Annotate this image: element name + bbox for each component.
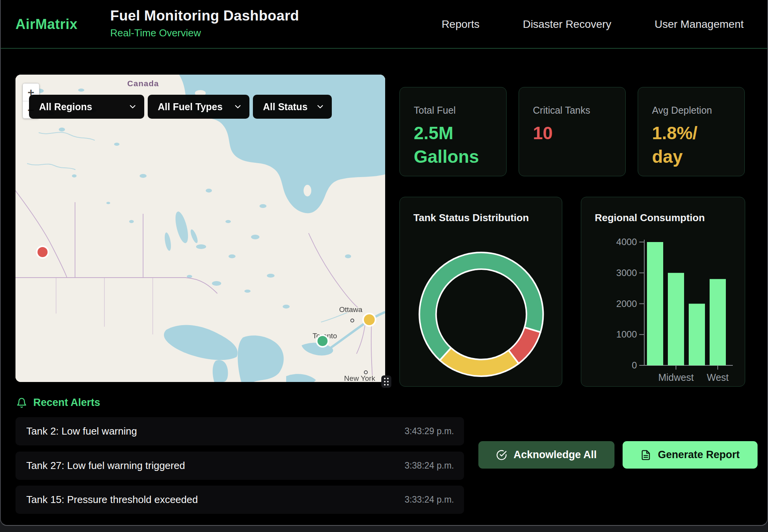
stat-card-total-fuel: Total Fuel 2.5M Gallons [399,87,507,176]
status-filter-value: All Status [263,101,307,113]
region-filter-value: All Regions [39,101,92,113]
generate-report-label: Generate Report [658,449,740,461]
alerts-title: Recent Alerts [33,397,100,409]
alert-time: 3:38:24 p.m. [404,460,454,471]
y-tick-label: 3000 [616,268,637,278]
bar-region-2[interactable] [689,304,705,366]
nav-reports[interactable]: Reports [442,18,480,31]
alert-message: Tank 15: Pressure threshold exceeded [26,494,198,506]
alert-message: Tank 2: Low fuel warning [26,425,137,437]
acknowledge-all-button[interactable]: Acknowledge All [478,441,614,469]
regional-consumption-bar-chart[interactable]: 01000200030004000MidwestWest [581,197,746,387]
drag-dots-icon [383,377,389,386]
header: AirMatrix Fuel Monitoring Dashboard Real… [1,0,767,49]
bar-region-0[interactable] [647,242,663,365]
region-filter-dropdown[interactable]: All Regions [29,95,144,119]
tank-status-title: Tank Status Distribution [413,212,529,224]
title-block: Fuel Monitoring Dashboard Real-Time Over… [110,8,299,39]
tank-status-card: Tank Status Distribution [399,197,562,387]
map-label-canada: Canada [127,79,159,88]
file-text-icon [640,450,651,460]
brand-logo: AirMatrix [15,16,78,32]
alert-row: Tank 15: Pressure threshold exceeded 3:3… [15,486,464,514]
stat-label: Critical Tanks [533,105,612,116]
app-window: AirMatrix Fuel Monitoring Dashboard Real… [0,0,768,526]
stat-card-critical-tanks: Critical Tanks 10 [519,87,626,176]
map-city-dot-ottawa [351,319,354,322]
y-tick-label: 0 [632,360,637,370]
acknowledge-all-label: Acknowledge All [514,449,597,461]
page-title: Fuel Monitoring Dashboard [110,8,299,24]
stat-card-avg-depletion: Avg Depletion 1.8%/​day [638,87,745,176]
map-label-ottawa: Ottawa [339,305,363,314]
map-resize-handle[interactable] [381,375,391,388]
map-marker-critical[interactable] [37,246,48,258]
generate-report-button[interactable]: Generate Report [623,441,758,469]
chevron-down-icon [317,105,323,109]
stat-value-critical-tanks: 10 [533,121,606,145]
check-circle-icon [496,450,507,460]
stat-value-avg-depletion: 1.8%/​day [652,121,725,168]
main-nav: Reports Disaster Recovery User Managemen… [442,0,744,49]
alert-row: Tank 27: Low fuel warning triggered 3:38… [15,452,464,480]
regional-consumption-card: Regional Consumption 01000200030004000Mi… [581,197,745,387]
map-panel: Canada Ottawa Toronto New York + − All R… [15,75,385,382]
map-canvas[interactable]: Canada Ottawa Toronto New York [15,75,385,382]
alert-row: Tank 2: Low fuel warning 3:43:29 p.m. [15,417,464,445]
x-tick-label: West [707,372,729,383]
alert-time: 3:43:29 p.m. [404,426,454,437]
fuel-type-filter-value: All Fuel Types [158,101,223,113]
bell-icon [16,397,27,408]
nav-disaster-recovery[interactable]: Disaster Recovery [523,18,611,31]
stat-label: Total Fuel [414,105,493,116]
nav-user-management[interactable]: User Management [655,18,744,31]
y-tick-label: 1000 [616,329,637,339]
map-marker-warning[interactable] [363,314,375,326]
stat-value-total-fuel: 2.5M Gallons [414,121,487,168]
chevron-down-icon [235,105,241,109]
alerts-header: Recent Alerts [16,397,100,409]
chevron-down-icon [130,105,136,109]
bar-region-1[interactable] [668,273,684,365]
map-marker-normal[interactable] [317,335,328,347]
y-tick-label: 2000 [616,298,637,309]
alert-time: 3:33:24 p.m. [404,494,454,505]
status-filter-dropdown[interactable]: All Status [253,95,332,119]
map-label-new-york: New York [344,374,375,382]
page-subtitle: Real-Time Overview [110,27,299,39]
map-filter-bar: All Regions All Fuel Types All Status [29,95,332,119]
donut-segment-warning[interactable] [440,348,519,376]
alert-message: Tank 27: Low fuel warning triggered [26,460,185,472]
stat-label: Avg Depletion [652,105,731,116]
bar-region-3[interactable] [710,279,726,365]
fuel-type-filter-dropdown[interactable]: All Fuel Types [148,95,249,119]
map-island [304,185,311,196]
map-city-dot-new-york [364,371,367,374]
y-tick-label: 4000 [616,237,637,247]
x-tick-label: Midwest [658,372,694,383]
tank-status-donut-chart[interactable] [400,233,563,396]
